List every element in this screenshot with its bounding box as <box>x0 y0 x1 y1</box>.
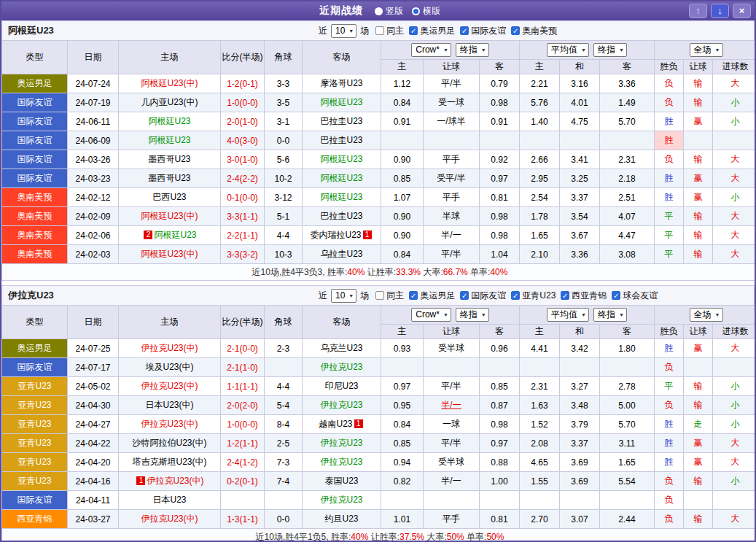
away-team-name[interactable]: 巴拉圭U23 <box>320 211 362 221</box>
home-team-name[interactable]: 阿根廷U23(中) <box>141 78 198 88</box>
team-name: 阿根廷U23 <box>8 24 54 37</box>
move-up-button[interactable]: ↑ <box>689 4 707 18</box>
filter-checkbox-label: 球会友谊 <box>623 290 658 302</box>
match-date: 24-07-19 <box>68 93 119 112</box>
summary-prefix: 近10场,胜4平1负5, <box>256 532 331 542</box>
close-button[interactable]: × <box>733 4 751 18</box>
home-team-name[interactable]: 日本U23 <box>152 495 186 505</box>
away-team-name[interactable]: 阿根廷U23 <box>320 154 362 164</box>
euro-away-odds: 5.00 <box>600 396 655 415</box>
radio-vertical-layout[interactable]: 竖版 <box>375 5 403 18</box>
bookmaker-select[interactable]: Crow*▼ <box>411 43 451 57</box>
away-team-name[interactable]: 伊拉克U23 <box>320 362 362 372</box>
euro-draw-odds: 4.01 <box>560 93 600 112</box>
filter-checkbox-0[interactable]: 同主 <box>375 290 404 302</box>
home-team-cell: 阿根廷U23 <box>119 131 221 150</box>
home-team-name[interactable]: 伊拉克U23(中) <box>141 419 198 429</box>
away-team-name[interactable]: 越南U23 <box>319 419 352 429</box>
euro-away-odds: 3.11 <box>600 434 655 453</box>
filter-checkbox-2[interactable]: ✓国际友谊 <box>460 290 506 302</box>
scope-select[interactable]: 全场▼ <box>690 43 723 57</box>
home-team-name[interactable]: 巴西U23 <box>152 192 186 202</box>
odds-stage-select[interactable]: 终指▼ <box>456 308 489 322</box>
home-team-cell: 伊拉克U23(中) <box>119 510 221 529</box>
match-count-select[interactable]: 10▼ <box>331 24 356 38</box>
home-team-name[interactable]: 伊拉克U23(中) <box>141 381 198 391</box>
home-team-name[interactable]: 几内亚U23(中) <box>141 97 198 107</box>
scope-select[interactable]: 全场▼ <box>690 308 723 322</box>
away-team-name[interactable]: 乌克兰U23 <box>320 343 362 353</box>
home-team-name[interactable]: 塔吉克斯坦U23(中) <box>132 457 206 467</box>
handicap-result: 输 <box>684 150 713 169</box>
handicap-result <box>684 358 713 377</box>
asia-away-odds: 0.88 <box>480 453 520 472</box>
away-team-name[interactable]: 印尼U23 <box>324 381 358 391</box>
home-team-name[interactable]: 埃及U23(中) <box>145 362 193 372</box>
summary-stat-value: 33.3% <box>396 267 421 277</box>
home-team-name[interactable]: 阿根廷U23(中) <box>141 211 198 221</box>
scope-select-value: 全场 <box>694 309 712 321</box>
away-team-name[interactable]: 乌拉圭U23 <box>320 249 362 259</box>
near-label: 近 <box>319 25 327 37</box>
match-row: 国际友谊24-07-17埃及U23(中)2-1(1-0)伊拉克U23负 <box>2 358 756 377</box>
filter-checkbox-1[interactable]: ✓奥运男足 <box>409 290 455 302</box>
away-team-name[interactable]: 委内瑞拉U23 <box>310 230 361 240</box>
filter-checkbox-0[interactable]: 同主 <box>375 25 404 37</box>
away-team-name[interactable]: 巴拉圭U23 <box>320 116 362 126</box>
away-team-cell: 阿根廷U23 <box>303 169 381 188</box>
final-score: 0-1(0-0) <box>221 188 265 207</box>
checkbox-checked-icon: ✓ <box>409 26 418 35</box>
filter-checkbox-5[interactable]: ✓球会友谊 <box>612 290 658 302</box>
home-team-name[interactable]: 伊拉克U23(中) <box>141 514 198 524</box>
final-score: 3-0(1-0) <box>221 150 265 169</box>
away-team-name[interactable]: 阿根廷U23 <box>320 173 362 183</box>
away-team-name[interactable]: 阿根廷U23 <box>320 192 362 202</box>
filter-checkbox-3[interactable]: ✓亚青U23 <box>511 290 556 302</box>
header-row-1: 类型日期主场比分(半场)角球客场Crow*▼终指▼平均值▼终指▼全场▼ <box>2 41 756 60</box>
bookmaker-select[interactable]: Crow*▼ <box>411 308 451 322</box>
asia-away-odds <box>480 358 520 377</box>
filter-checkbox-3[interactable]: ✓奥南美预 <box>511 25 557 37</box>
euro-draw-odds: 3.07 <box>560 510 600 529</box>
away-team-name[interactable]: 摩洛哥U23 <box>320 78 362 88</box>
filter-checkbox-4[interactable]: ✓西亚青锦 <box>561 290 607 302</box>
move-down-button[interactable]: ↓ <box>711 4 729 18</box>
home-team-name[interactable]: 阿根廷U23 <box>148 135 190 145</box>
away-team-name[interactable]: 泰国U23 <box>324 476 358 486</box>
radio-horizontal-layout[interactable]: 横版 <box>412 5 440 18</box>
average-select[interactable]: 平均值▼ <box>547 308 589 322</box>
home-team-name[interactable]: 阿根廷U23 <box>154 230 196 240</box>
avg-stage-select[interactable]: 终指▼ <box>593 308 627 322</box>
home-team-name[interactable]: 墨西哥U23 <box>148 173 190 183</box>
away-team-name[interactable]: 伊拉克U23 <box>320 438 362 448</box>
home-team-name[interactable]: 阿根廷U23(中) <box>141 249 198 259</box>
match-count-select[interactable]: 10▼ <box>331 289 356 303</box>
odds-stage-select[interactable]: 终指▼ <box>456 43 489 57</box>
euro-draw-odds: 3.69 <box>560 453 600 472</box>
home-team-name[interactable]: 日本U23(中) <box>145 400 193 410</box>
filter-checkbox-1[interactable]: ✓奥运男足 <box>409 25 455 37</box>
home-team-name[interactable]: 伊拉克U23(中) <box>141 343 198 353</box>
away-team-name[interactable]: 伊拉克U23 <box>320 400 362 410</box>
away-team-cell: 阿根廷U23 <box>303 188 381 207</box>
away-team-cell: 阿根廷U23 <box>303 93 381 112</box>
away-team-name[interactable]: 伊拉克U23 <box>320 495 362 505</box>
away-team-name[interactable]: 伊拉克U23 <box>320 457 362 467</box>
section-header-bar: 伊拉克U23近10▼场同主✓奥运男足✓国际友谊✓亚青U23✓西亚青锦✓球会友谊 <box>1 285 755 305</box>
home-team-name[interactable]: 墨西哥U23 <box>148 154 190 164</box>
away-team-name[interactable]: 巴拉圭U23 <box>320 135 362 145</box>
average-select[interactable]: 平均值▼ <box>547 43 589 57</box>
away-team-name[interactable]: 阿根廷U23 <box>320 97 362 107</box>
filter-checkbox-2[interactable]: ✓国际友谊 <box>460 25 506 37</box>
checkbox-checked-icon: ✓ <box>561 291 569 300</box>
home-team-name[interactable]: 阿根廷U23 <box>148 116 190 126</box>
home-team-cell: 阿根廷U23(中) <box>119 74 221 93</box>
goals-result: 小 <box>713 415 756 434</box>
asia-home-odds: 0.84 <box>381 245 424 264</box>
column-header: 角球 <box>265 306 303 339</box>
home-team-name[interactable]: 伊拉克U23(中) <box>147 476 203 486</box>
asia-odds-group-header: Crow*▼终指▼ <box>381 306 520 325</box>
avg-stage-select[interactable]: 终指▼ <box>593 43 627 57</box>
home-team-name[interactable]: 沙特阿拉伯U23(中) <box>132 438 206 448</box>
away-team-name[interactable]: 约旦U23 <box>324 514 358 524</box>
